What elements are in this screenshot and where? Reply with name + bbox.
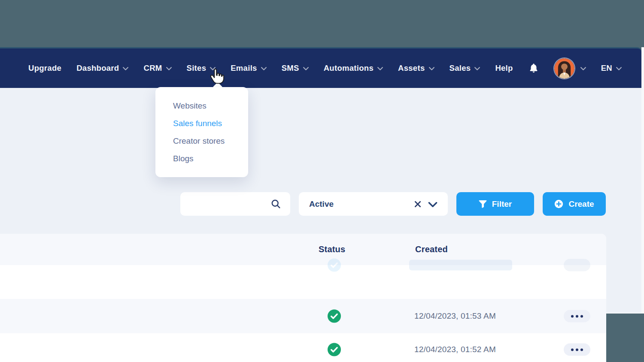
create-button-label: Create	[568, 199, 594, 209]
status-check-icon	[327, 258, 341, 272]
search-box	[180, 192, 290, 216]
table-row[interactable]: 12/04/2023, 01:52 AM	[0, 333, 606, 362]
status-active-check-icon	[327, 309, 341, 323]
nav-item-sms[interactable]: SMS	[282, 63, 309, 73]
nav-item-dashboard[interactable]: Dashboard	[76, 63, 128, 73]
chevron-down-icon	[580, 67, 586, 70]
nav-label: Dashboard	[76, 63, 119, 73]
nav-label: Help	[495, 63, 513, 73]
filter-button-label: Filter	[492, 199, 512, 209]
nav-item-help[interactable]: Help	[495, 63, 513, 73]
nav-label: Upgrade	[28, 63, 61, 73]
nav-item-sales[interactable]: Sales	[450, 63, 480, 73]
avatar[interactable]	[554, 58, 574, 78]
table-header-row: Status Created	[0, 234, 606, 265]
created-date: 12/04/2023, 01:52 AM	[414, 345, 496, 354]
table-row-loading	[0, 265, 606, 299]
nav-item-emails[interactable]: Emails	[231, 63, 266, 73]
nav-item-sites[interactable]: Sites	[187, 63, 216, 73]
plus-circle-icon	[554, 199, 563, 208]
table-row[interactable]: 12/04/2023, 01:53 AM	[0, 299, 606, 333]
nav-label: SMS	[282, 63, 299, 73]
funnel-icon	[479, 200, 487, 208]
nav-label: Automations	[324, 63, 374, 73]
chevron-down-icon	[474, 67, 480, 70]
loading-placeholder	[409, 260, 512, 271]
chevron-down-icon	[429, 67, 434, 70]
nav-label: Sites	[187, 63, 207, 73]
window-edge	[641, 47, 644, 314]
filter-button[interactable]: Filter	[456, 192, 534, 216]
status-filter-select[interactable]: Active	[299, 192, 448, 216]
sites-dropdown-menu: Websites Sales funnels Creator stores Bl…	[155, 87, 248, 177]
main-content: Active Filter Create Status Created	[0, 88, 641, 314]
status-filter-value: Active	[309, 199, 334, 209]
nav-label: CRM	[143, 63, 162, 73]
chevron-down-icon	[123, 67, 128, 70]
created-date: 12/04/2023, 01:53 AM	[414, 311, 496, 321]
search-icon[interactable]	[271, 199, 281, 209]
nav-item-upgrade[interactable]: Upgrade	[28, 63, 61, 73]
clear-filter-icon[interactable]	[414, 201, 421, 208]
nav-label: Sales	[450, 63, 471, 73]
row-actions-button[interactable]	[564, 310, 590, 323]
funnels-table: Status Created	[0, 234, 606, 362]
nav-item-assets[interactable]: Assets	[398, 63, 434, 73]
app-screenshot: Upgrade Dashboard CRM Sites Emails SMS A…	[0, 0, 644, 362]
nav-label: Emails	[231, 63, 257, 73]
menu-item-sales-funnels[interactable]: Sales funnels	[155, 115, 248, 132]
menu-item-blogs[interactable]: Blogs	[155, 150, 248, 167]
notifications-bell-icon[interactable]	[528, 62, 539, 74]
top-navbar: Upgrade Dashboard CRM Sites Emails SMS A…	[0, 47, 641, 88]
chevron-down-icon	[377, 67, 383, 70]
chevron-down-icon	[428, 202, 437, 207]
chevron-down-icon	[166, 67, 172, 70]
menu-item-websites[interactable]: Websites	[155, 97, 248, 115]
search-input[interactable]	[188, 192, 270, 216]
menu-item-creator-stores[interactable]: Creator stores	[155, 132, 248, 150]
loading-placeholder	[564, 259, 590, 272]
chevron-down-icon	[210, 67, 216, 70]
chevron-down-icon	[303, 67, 309, 70]
row-actions-button[interactable]	[564, 344, 590, 356]
status-active-check-icon	[327, 343, 341, 357]
nav-item-crm[interactable]: CRM	[143, 63, 171, 73]
chevron-down-icon	[616, 67, 622, 70]
create-button[interactable]: Create	[543, 192, 606, 216]
language-label: EN	[601, 63, 612, 73]
nav-item-automations[interactable]: Automations	[324, 63, 383, 73]
chevron-down-icon	[261, 67, 267, 70]
user-menu[interactable]	[554, 58, 586, 78]
language-selector[interactable]: EN	[601, 63, 622, 73]
nav-label: Assets	[398, 63, 425, 73]
